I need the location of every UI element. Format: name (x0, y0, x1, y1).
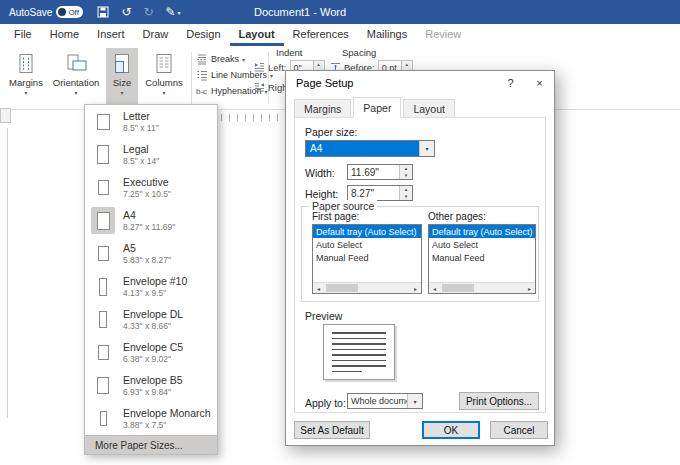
size-item-name: A5 (123, 242, 171, 255)
other-pages-listbox[interactable]: Default tray (Auto Select) Auto Select M… (428, 224, 536, 294)
size-item-envelope-c5[interactable]: Envelope C5 6.38" x 9.02" (85, 336, 217, 369)
print-options-button[interactable]: Print Options... (459, 392, 539, 410)
breaks-icon (196, 53, 208, 65)
height-stepper[interactable]: ▴ ▾ (399, 186, 412, 200)
document-title: Document1 - Word (0, 0, 600, 24)
scroll-left-icon[interactable]: ◂ (313, 283, 324, 293)
size-item-a4[interactable]: A4 8.27" x 11.69" (85, 204, 217, 237)
scroll-track[interactable] (324, 283, 410, 293)
columns-button[interactable]: Columns ▾ (140, 48, 188, 106)
tab-layout[interactable]: Layout (230, 24, 284, 46)
undo-icon: ↺ (121, 5, 131, 19)
more-paper-sizes-item[interactable]: More Paper Sizes... (85, 435, 217, 454)
size-item-envelope-10[interactable]: Envelope #10 4.13" x 9.5" (85, 270, 217, 303)
save-icon[interactable] (97, 6, 109, 18)
size-item-envelope-monarch[interactable]: Envelope Monarch 3.88" x 7.5" (85, 402, 217, 435)
close-button[interactable]: × (525, 71, 554, 94)
ruler-corner-box[interactable] (0, 108, 11, 123)
margins-button[interactable]: Margins ▾ (4, 48, 48, 106)
tray-option[interactable]: Default tray (Auto Select) (429, 225, 535, 238)
dialog-tab-layout[interactable]: Layout (403, 99, 455, 118)
scroll-left-icon[interactable]: ◂ (429, 283, 440, 293)
redo-button[interactable]: ↻ (143, 5, 153, 19)
tab-home[interactable]: Home (41, 24, 88, 46)
combo-arrow-icon[interactable]: ▾ (419, 141, 434, 156)
horizontal-scrollbar[interactable]: ◂ ▸ (429, 282, 535, 293)
autosave-control: AutoSave Off (0, 6, 83, 18)
tab-references[interactable]: References (284, 24, 358, 46)
height-field[interactable]: 8.27" ▴ ▾ (347, 185, 413, 201)
tray-option[interactable]: Manual Feed (313, 251, 421, 264)
scroll-thumb[interactable] (326, 284, 358, 292)
scroll-right-icon[interactable]: ▸ (410, 283, 421, 293)
breaks-button[interactable]: Breaks ▾ (196, 52, 245, 66)
size-item-name: A4 (123, 209, 175, 222)
paper-size-value: A4 (306, 141, 419, 156)
width-label: Width: (305, 167, 335, 179)
size-item-legal[interactable]: Legal 8.5" x 14" (85, 138, 217, 171)
combo-arrow-icon[interactable]: ▾ (407, 394, 422, 408)
scroll-right-icon[interactable]: ▸ (524, 283, 535, 293)
tab-draw[interactable]: Draw (134, 24, 178, 46)
size-item-dims: 4.13" x 9.5" (123, 288, 187, 298)
width-value: 11.69" (348, 165, 399, 179)
stepper-down-icon[interactable]: ▾ (400, 193, 412, 200)
scroll-track[interactable] (440, 283, 524, 293)
size-item-name: Letter (123, 110, 159, 123)
set-as-default-button[interactable]: Set As Default (294, 421, 370, 439)
undo-button[interactable]: ↺ (121, 5, 131, 19)
tab-file[interactable]: File (5, 24, 41, 46)
size-item-dims: 8.5" x 11" (123, 123, 159, 133)
tray-option[interactable]: Default tray (Auto Select) (313, 225, 421, 238)
dialog-tab-paper[interactable]: Paper (353, 97, 401, 118)
ruler-ticks (221, 114, 285, 121)
size-button[interactable]: Size ▾ (106, 48, 138, 106)
tab-mailings[interactable]: Mailings (358, 24, 416, 46)
autosave-toggle[interactable]: Off (56, 6, 83, 18)
ok-button[interactable]: OK (422, 421, 480, 439)
first-page-listbox[interactable]: Default tray (Auto Select) Auto Select M… (312, 224, 422, 294)
size-item-dims: 8.27" x 11.69" (123, 222, 175, 232)
size-item-envelope-b5[interactable]: Envelope B5 6.93" x 9.84" (85, 369, 217, 402)
stepper-up-icon[interactable]: ▴ (400, 165, 412, 172)
tab-insert[interactable]: Insert (88, 24, 134, 46)
size-item-dims: 6.38" x 9.02" (123, 354, 183, 364)
orientation-icon (65, 52, 87, 76)
floppy-icon (97, 6, 109, 18)
size-item-executive[interactable]: Executive 7.25" x 10.5" (85, 171, 217, 204)
size-item-dims: 7.25" x 10.5" (123, 189, 171, 199)
tab-review[interactable]: Review (416, 24, 470, 46)
size-item-letter[interactable]: Letter 8.5" x 11" (85, 105, 217, 138)
width-field[interactable]: 11.69" ▴ ▾ (347, 164, 413, 180)
pen-tool-button[interactable]: ✎ ▾ (166, 5, 181, 19)
stepper-up-icon[interactable]: ▴ (400, 186, 412, 193)
cancel-button[interactable]: Cancel (490, 421, 548, 439)
paper-icon (91, 207, 115, 234)
envelope-icon (91, 339, 115, 366)
dialog-tab-margins[interactable]: Margins (294, 99, 351, 118)
tab-design[interactable]: Design (177, 24, 229, 46)
size-item-envelope-dl[interactable]: Envelope DL 4.33" x 8.66" (85, 303, 217, 336)
vertical-ruler (7, 128, 8, 418)
scroll-thumb[interactable] (442, 284, 474, 292)
size-item-a5[interactable]: A5 5.83" x 8.27" (85, 237, 217, 270)
orientation-button[interactable]: Orientation ▾ (48, 48, 104, 106)
apply-to-combobox[interactable]: Whole document ▾ (347, 393, 423, 409)
autosave-label: AutoSave (9, 7, 52, 18)
stepper-down-icon[interactable]: ▾ (400, 172, 412, 179)
tray-option[interactable]: Auto Select (429, 238, 535, 251)
tray-option[interactable]: Manual Feed (429, 251, 535, 264)
size-item-name: Envelope Monarch (123, 407, 211, 420)
orientation-label: Orientation (53, 77, 99, 88)
redo-icon: ↻ (143, 5, 153, 19)
help-button[interactable]: ? (496, 71, 525, 94)
paper-icon (91, 240, 115, 267)
width-stepper[interactable]: ▴ ▾ (399, 165, 412, 179)
paper-size-combobox[interactable]: A4 ▾ (305, 140, 435, 157)
paper-source-group: Paper source First page: Other pages: De… (301, 206, 539, 302)
size-item-dims: 8.5" x 14" (123, 156, 159, 166)
chevron-down-icon: ▾ (74, 89, 77, 96)
horizontal-scrollbar[interactable]: ◂ ▸ (313, 282, 421, 293)
indent-right-icon (254, 82, 265, 93)
tray-option[interactable]: Auto Select (313, 238, 421, 251)
